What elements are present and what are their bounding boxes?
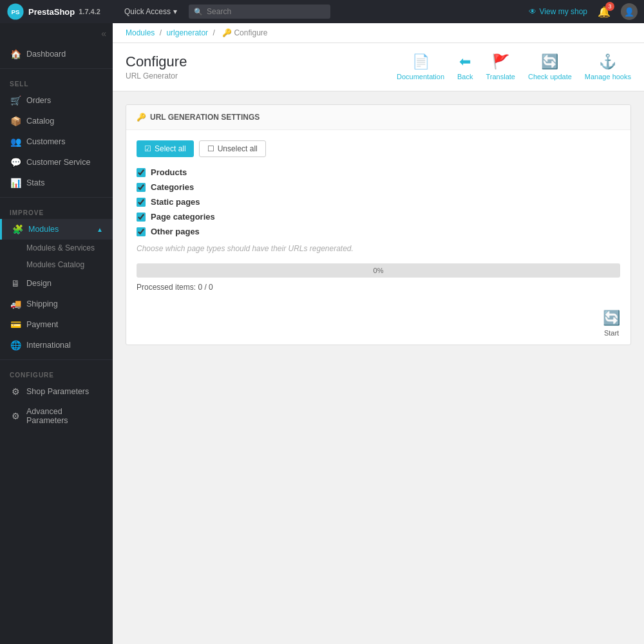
user-icon: 👤	[624, 7, 634, 17]
sidebar-collapse-button[interactable]: «	[0, 23, 113, 44]
refresh-icon: 🔄	[541, 53, 558, 70]
sidebar-label-customer-service: Customer Service	[26, 158, 90, 167]
breadcrumb-urlgenerator[interactable]: urlgenerator	[166, 28, 208, 37]
app-name: PrestaShop	[28, 7, 75, 17]
view-shop-button[interactable]: 👁 View my shop	[529, 7, 587, 16]
sidebar-label-payment: Payment	[26, 320, 58, 329]
breadcrumb: Modules / urlgenerator / 🔑 Configure	[113, 23, 644, 43]
checkbox-page-categories[interactable]: Page categories	[137, 212, 620, 222]
modules-submenu: Modules & Services Modules Catalog	[0, 240, 113, 273]
advanced-parameters-icon: ⚙	[10, 411, 21, 421]
content-area: Modules / urlgenerator / 🔑 Configure Con…	[113, 23, 644, 644]
checkbox-categories-input[interactable]	[137, 183, 146, 192]
processed-text: Processed items: 0 / 0	[137, 283, 620, 292]
checkbox-other-pages-input[interactable]	[137, 227, 146, 236]
search-input[interactable]	[189, 5, 330, 19]
quick-access-button[interactable]: Quick Access ▾	[119, 5, 182, 19]
sidebar-item-payment[interactable]: 💳 Payment	[0, 314, 113, 335]
checkbox-list: Products Categories Static pages Pa	[137, 167, 620, 236]
checkbox-page-categories-input[interactable]	[137, 213, 146, 222]
manage-hooks-label: Manage hooks	[585, 73, 631, 80]
sidebar-item-stats[interactable]: 📊 Stats	[0, 173, 113, 193]
customers-icon: 👥	[10, 137, 21, 147]
page-subtitle: URL Generator	[126, 71, 187, 80]
sidebar-item-dashboard[interactable]: 🏠 Dashboard	[0, 44, 113, 64]
sidebar-item-modules[interactable]: 🧩 Modules ▲	[0, 219, 113, 240]
checkbox-products-input[interactable]	[137, 168, 146, 177]
sidebar-item-orders[interactable]: 🛒 Orders	[0, 90, 113, 111]
progress-section: 0% Processed items: 0 / 0	[137, 263, 620, 292]
home-icon: 🏠	[10, 49, 21, 59]
checkbox-other-pages-label: Other pages	[151, 227, 200, 236]
breadcrumb-configure: 🔑 Configure	[222, 28, 267, 37]
sidebar-item-modules-catalog[interactable]: Modules Catalog	[0, 256, 113, 273]
documentation-button[interactable]: 📄 Documentation	[397, 53, 444, 80]
sidebar-item-catalog[interactable]: 📦 Catalog	[0, 111, 113, 131]
logo: PS PrestaShop 1.7.4.2	[6, 3, 106, 21]
back-button[interactable]: ⬅ Back	[457, 53, 473, 80]
page-header: Configure URL Generator 📄 Documentation …	[113, 43, 644, 91]
sidebar-label-dashboard: Dashboard	[26, 50, 66, 59]
hint-text: Choose which page types should have thei…	[137, 244, 620, 253]
app-version: 1.7.4.2	[79, 8, 100, 15]
breadcrumb-sep2: /	[213, 28, 217, 37]
sidebar-item-customer-service[interactable]: 💬 Customer Service	[0, 152, 113, 173]
sidebar-item-international[interactable]: 🌐 International	[0, 335, 113, 355]
orders-icon: 🛒	[10, 95, 21, 106]
back-icon: ⬅	[459, 53, 471, 70]
modules-catalog-label: Modules Catalog	[26, 260, 84, 269]
check-update-label: Check update	[528, 73, 572, 80]
page-title-block: Configure URL Generator	[126, 53, 187, 80]
start-button[interactable]: 🔄 Start	[603, 310, 620, 337]
unselect-all-label: Unselect all	[218, 144, 258, 153]
notification-badge: 3	[605, 2, 614, 11]
chevron-down-icon: ▾	[173, 7, 177, 16]
unselect-all-button[interactable]: ☐ Unselect all	[199, 140, 266, 157]
translate-button[interactable]: 🚩 Translate	[486, 53, 515, 80]
check-update-button[interactable]: 🔄 Check update	[528, 53, 572, 80]
sidebar-item-design[interactable]: 🖥 Design	[0, 273, 113, 294]
quick-access-label: Quick Access	[124, 7, 171, 16]
sidebar-item-shop-parameters[interactable]: ⚙ Shop Parameters	[0, 381, 113, 402]
processed-label: Processed items:	[137, 283, 196, 292]
sidebar-item-advanced-parameters[interactable]: ⚙ Advanced Parameters	[0, 402, 113, 430]
search-icon: 🔍	[194, 8, 203, 16]
user-avatar[interactable]: 👤	[621, 3, 638, 20]
checkbox-static-pages-label: Static pages	[151, 197, 200, 207]
translate-icon: 🚩	[492, 53, 509, 70]
checkbox-static-pages[interactable]: Static pages	[137, 197, 620, 207]
checkbox-other-pages[interactable]: Other pages	[137, 227, 620, 236]
sidebar-item-modules-services[interactable]: Modules & Services	[0, 240, 113, 256]
start-section: 🔄 Start	[126, 302, 630, 345]
sidebar-item-customers[interactable]: 👥 Customers	[0, 131, 113, 152]
checkbox-static-pages-input[interactable]	[137, 198, 146, 207]
sidebar-item-shipping[interactable]: 🚚 Shipping	[0, 294, 113, 314]
catalog-icon: 📦	[10, 116, 21, 126]
customer-service-icon: 💬	[10, 157, 21, 167]
shipping-icon: 🚚	[10, 299, 21, 309]
sidebar-label-international: International	[26, 341, 71, 350]
modules-services-label: Modules & Services	[26, 243, 95, 252]
notifications-button[interactable]: 🔔 3	[598, 6, 611, 18]
select-all-button[interactable]: ☑ Select all	[137, 140, 194, 157]
sidebar-label-customers: Customers	[26, 137, 65, 146]
select-all-label: Select all	[155, 144, 186, 153]
checkmark-icon: ☑	[144, 144, 151, 153]
manage-hooks-button[interactable]: ⚓ Manage hooks	[585, 53, 631, 80]
translate-label: Translate	[486, 73, 515, 80]
breadcrumb-modules[interactable]: Modules	[126, 28, 155, 37]
topbar: PS PrestaShop 1.7.4.2 Quick Access ▾ 🔍 👁…	[0, 0, 644, 23]
prestashop-logo: PS	[6, 3, 24, 21]
main-content: 🔑 URL GENERATION SETTINGS ☑ Select all ☐…	[113, 91, 644, 371]
checkbox-page-categories-label: Page categories	[151, 212, 215, 222]
processed-count: 0 / 0	[198, 283, 213, 292]
divider	[0, 68, 113, 69]
svg-text:PS: PS	[11, 8, 20, 15]
select-buttons: ☑ Select all ☐ Unselect all	[137, 140, 620, 157]
eye-icon: 👁	[529, 7, 536, 16]
sidebar: « 🏠 Dashboard SELL 🛒 Orders 📦 Catalog 👥 …	[0, 23, 113, 644]
card-body: ☑ Select all ☐ Unselect all Products	[126, 130, 630, 302]
checkbox-products[interactable]: Products	[137, 167, 620, 177]
checkbox-categories[interactable]: Categories	[137, 182, 620, 192]
page-actions: 📄 Documentation ⬅ Back 🚩 Translate 🔄 Che…	[397, 53, 631, 80]
